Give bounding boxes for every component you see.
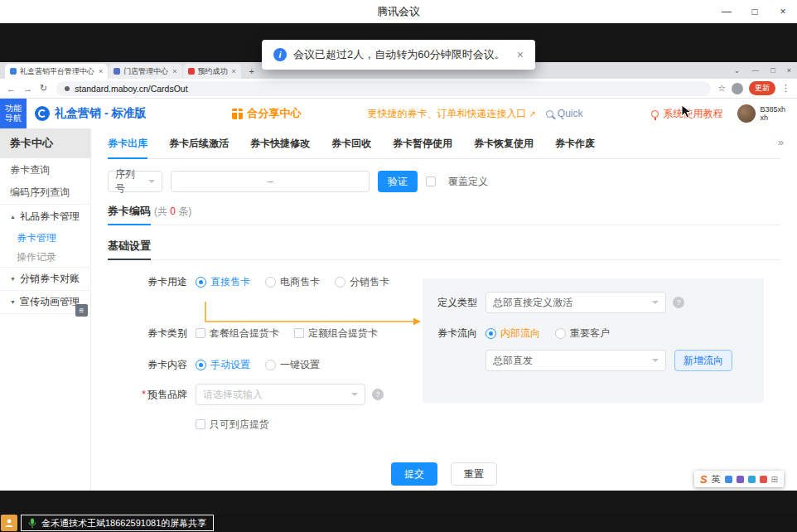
radio-selected-icon[interactable] [485, 328, 496, 339]
radio-icon[interactable] [555, 328, 566, 339]
required-asterisk: * [142, 389, 146, 400]
nav-toggle-button[interactable]: 功能 导航 [0, 99, 27, 128]
ime-toolbox-icon[interactable]: ⊞ [771, 475, 778, 484]
reload-button[interactable]: ↻ [40, 83, 47, 94]
tab-card-quick-edit[interactable]: 券卡快捷修改 [250, 137, 310, 158]
ime-language-toggle[interactable]: 英 [712, 473, 721, 486]
tab-card-void[interactable]: 券卡作废 [555, 137, 595, 158]
submit-button[interactable]: 提交 [391, 462, 437, 486]
tab-title: 预约成功 [198, 66, 228, 77]
override-checkbox[interactable] [426, 177, 436, 186]
ime-logo-icon[interactable]: S [700, 473, 708, 486]
usage-distribution-option[interactable]: 分销售卡 [335, 275, 389, 289]
forward-button[interactable]: → [23, 84, 32, 94]
codes-count-post: 条) [176, 206, 191, 217]
sidebar-item-operation-log[interactable]: 操作记录 [0, 248, 90, 268]
browser-tab-2[interactable]: 门店管理中心 × [109, 64, 181, 79]
quick-search[interactable]: Quick [546, 108, 583, 119]
serial-range-input[interactable]: – [171, 171, 370, 192]
sidebar-collapse-handle[interactable]: ≡ [75, 304, 88, 317]
content-manual-option[interactable]: 手动设置 [196, 358, 250, 372]
presale-brand-label-text: 预售品牌 [147, 389, 187, 400]
usage-ecommerce-option[interactable]: 电商售卡 [265, 275, 320, 289]
maximize-button[interactable]: □ [741, 0, 769, 23]
reset-button[interactable]: 重置 [451, 462, 497, 486]
tab-close-icon[interactable]: × [172, 67, 176, 75]
share-center-link[interactable]: 合分享中心 [232, 106, 301, 121]
ime-toolbar: S 英 ⊞ [694, 471, 784, 487]
info-icon[interactable]: ? [673, 297, 684, 308]
radio-selected-icon[interactable] [196, 360, 206, 370]
browser-update-button[interactable]: 更新 [749, 81, 775, 95]
sidebar-group-gift-card-mgmt[interactable]: ▲ 礼品券卡管理 [0, 205, 90, 228]
radio-icon[interactable] [335, 277, 345, 288]
sidebar-item-code-serial-query[interactable]: 编码序列查询 [0, 181, 90, 205]
definition-panel: 定义类型 总部直接定义激活 ? 券卡流向 [423, 278, 764, 403]
tab-close-icon[interactable]: × [232, 67, 236, 75]
sidebar-item-card-management[interactable]: 券卡管理 [0, 228, 90, 248]
usage-ecommerce-label: 电商售卡 [280, 275, 320, 289]
radio-selected-icon[interactable] [196, 277, 206, 288]
user-menu[interactable]: B385xh xh [737, 104, 785, 123]
minimize-button[interactable]: — [712, 0, 741, 23]
tab-card-recycle[interactable]: 券卡回收 [331, 137, 371, 158]
browser-maximize-button[interactable]: □ [765, 66, 780, 75]
define-type-select[interactable]: 总部直接定义激活 [485, 292, 666, 313]
sidebar-item-card-query[interactable]: 券卡查询 [0, 158, 90, 181]
verify-button[interactable]: 验证 [378, 171, 418, 192]
meeting-titlebar: 腾讯会议 — □ × [0, 0, 797, 23]
toast-close-icon[interactable]: × [517, 48, 524, 61]
category-fixed-option[interactable]: 定额组合提货卡 [294, 326, 378, 341]
new-tab-button[interactable]: + [245, 65, 258, 78]
store-only-checkbox[interactable] [196, 419, 205, 429]
flow-vip-option[interactable]: 重要客户 [555, 326, 610, 341]
add-flow-button[interactable]: 新增流向 [674, 350, 732, 371]
content-tabs: 券卡出库 券卡后续激活 券卡快捷修改 券卡回收 券卡暂停使用 券卡恢复使用 券卡… [108, 128, 780, 159]
usage-direct-sale-option[interactable]: 直接售卡 [196, 275, 250, 289]
ime-mic-icon[interactable] [725, 476, 732, 483]
presale-brand-select[interactable]: 请选择或输入 [196, 384, 365, 405]
ime-keyboard-icon[interactable] [737, 476, 744, 483]
meeting-toast: i 会议已超过2人，自动转为60分钟限时会议。 × [262, 40, 535, 70]
flow-internal-label: 内部流向 [500, 326, 540, 341]
browser-minimize-button[interactable]: — [746, 66, 765, 75]
panel-collapse-icon[interactable]: » [778, 136, 784, 148]
promo-link[interactable]: 更快捷的券卡、订单和快递连接入口 ↗ [367, 107, 535, 121]
close-button[interactable]: × [769, 0, 797, 23]
content-onekey-option[interactable]: 一键设置 [265, 358, 320, 372]
tab-card-pause[interactable]: 券卡暂停使用 [393, 137, 452, 158]
flow-vip-label: 重要客户 [570, 326, 610, 341]
sidebar: 券卡中心 券卡查询 编码序列查询 ▲ 礼品券卡管理 券卡管理 操作记录 ▼ 分销… [0, 128, 91, 491]
browser-close-button[interactable]: × [781, 66, 797, 75]
usage-distribution-label: 分销售卡 [350, 275, 389, 289]
browser-menu-icon[interactable]: ⋮ [781, 83, 790, 94]
share-status-text: 金禾通技术王斌18662591081的屏幕共享 [41, 517, 206, 530]
checkbox-icon[interactable] [196, 328, 205, 338]
chevron-down-icon [652, 359, 659, 362]
back-button[interactable]: ← [7, 84, 16, 94]
ime-clipboard-icon[interactable] [748, 476, 756, 483]
flow-internal-option[interactable]: 内部流向 [485, 326, 540, 341]
info-icon[interactable]: ? [372, 389, 384, 400]
flow-target-value: 总部直发 [493, 354, 533, 368]
bookmark-star-icon[interactable]: ☆ [717, 83, 726, 94]
tab-close-icon[interactable]: × [99, 67, 103, 75]
browser-tab-3[interactable]: 预约成功 × [183, 64, 241, 79]
tab-search-chevron-icon[interactable]: ⌄ [728, 66, 746, 75]
caret-up-icon: ▲ [10, 214, 16, 220]
browser-tab-1[interactable]: 礼盒营销平台管理中心 × [5, 64, 108, 79]
browser-profile-avatar[interactable] [732, 83, 743, 94]
serial-type-select[interactable]: 序列号 [108, 171, 162, 192]
tab-card-activate[interactable]: 券卡后续激活 [169, 137, 229, 158]
ime-skin-icon[interactable] [760, 476, 767, 483]
radio-icon[interactable] [265, 360, 276, 370]
checkbox-icon[interactable] [294, 328, 304, 338]
category-package-option[interactable]: 套餐组合提货卡 [196, 326, 279, 341]
tab-title: 门店管理中心 [123, 66, 168, 77]
url-field[interactable]: standard.maboy.cn/CardsOut [56, 81, 711, 96]
radio-icon[interactable] [265, 277, 276, 288]
tab-card-outbound[interactable]: 券卡出库 [108, 137, 147, 159]
sidebar-group-distribution-recon[interactable]: ▼ 分销券卡对账 [0, 268, 90, 291]
tab-card-resume[interactable]: 券卡恢复使用 [474, 137, 534, 158]
flow-target-select[interactable]: 总部直发 [485, 350, 666, 371]
